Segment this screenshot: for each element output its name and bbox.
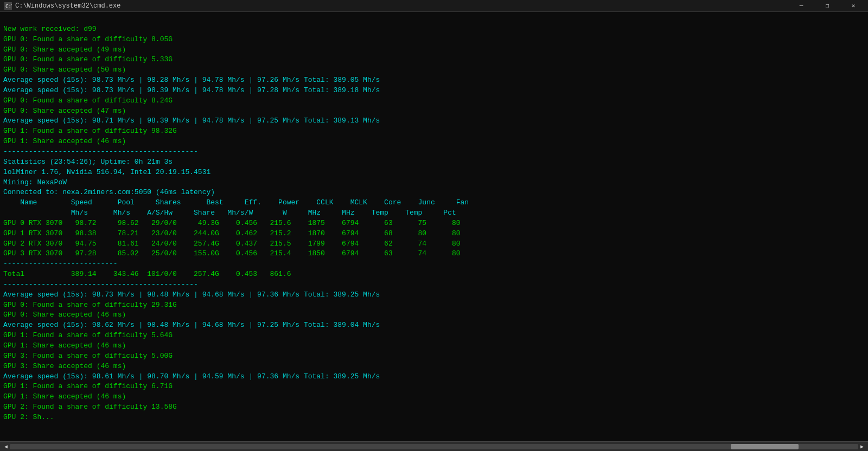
terminal-line: Mh/s Mh/s A/S/Hw Share Mh/s/W W MHz MHz …: [3, 208, 865, 218]
terminal-line: ---------------------------: [3, 259, 865, 269]
terminal-line: GPU 0: Share accepted (49 ms): [3, 45, 865, 55]
terminal-line: GPU 0: Share accepted (46 ms): [3, 310, 865, 320]
terminal-line: GPU 0: Share accepted (47 ms): [3, 106, 865, 117]
scroll-left-arrow[interactable]: ◀: [2, 443, 10, 450]
scroll-right-arrow[interactable]: ▶: [858, 443, 866, 450]
terminal-line: GPU 1: Found a share of difficulty 5.64G: [3, 331, 865, 341]
terminal-line: GPU 2: Found a share of difficulty 13.58…: [3, 402, 865, 413]
terminal-line: Average speed (15s): 98.73 Mh/s | 98.28 …: [3, 75, 865, 86]
terminal-line: GPU 1: Share accepted (46 ms): [3, 341, 865, 351]
terminal-line: Average speed (15s): 98.62 Mh/s | 98.48 …: [3, 320, 865, 331]
terminal-line: GPU 3: Found a share of difficulty 5.00G: [3, 351, 865, 362]
terminal-line: Statistics (23:54:26); Uptime: 0h 21m 3s: [3, 157, 865, 167]
terminal-line: GPU 0: Share accepted (50 ms): [3, 65, 865, 75]
terminal-line: Average speed (15s): 98.73 Mh/s | 98.39 …: [3, 86, 865, 96]
terminal-line: GPU 3: Share accepted (46 ms): [3, 362, 865, 372]
terminal-line: GPU 0: Found a share of difficulty 8.24G: [3, 96, 865, 106]
terminal-line: Average speed (15s): 98.71 Mh/s | 98.39 …: [3, 116, 865, 126]
terminal-line: GPU 0: Found a share of difficulty 5.33G: [3, 55, 865, 65]
terminal-line: ----------------------------------------…: [3, 147, 865, 157]
close-button[interactable]: ✕: [841, 0, 866, 12]
scrollbar-track[interactable]: [10, 444, 858, 449]
restore-button[interactable]: ❐: [815, 0, 840, 12]
terminal-line: lolMiner 1.76, Nvidia 516.94, Intel 20.1…: [3, 167, 865, 178]
terminal-line: GPU 1: Found a share of difficulty 6.71G: [3, 382, 865, 392]
terminal-line: GPU 1: Share accepted (46 ms): [3, 392, 865, 402]
terminal-line: Total 389.14 343.46 101/0/0 257.4G 0.453…: [3, 269, 865, 280]
terminal-line: ----------------------------------------…: [3, 280, 865, 290]
titlebar-title: C:\Windows\system32\cmd.exe: [15, 2, 120, 10]
terminal-line: GPU 3 RTX 3070 97.28 85.02 25/0/0 155.0G…: [3, 249, 865, 259]
cmd-icon: C:\: [4, 2, 12, 10]
terminal-line: Name Speed Pool Shares Best Eff. Power C…: [3, 198, 865, 208]
titlebar: C:\ C:\Windows\system32\cmd.exe ─ ❐ ✕: [0, 0, 868, 12]
terminal-line: Mining: NexaPoW: [3, 178, 865, 188]
svg-text:C:\: C:\: [5, 4, 12, 9]
terminal-line: GPU 2: Sh...: [3, 413, 865, 423]
terminal-line: Connected to: nexa.2miners.com:5050 (46m…: [3, 188, 865, 198]
terminal-line: GPU 1: Found a share of difficulty 98.32…: [3, 126, 865, 137]
minimize-button[interactable]: ─: [789, 0, 814, 12]
terminal-line: GPU 0: Found a share of difficulty 8.05G: [3, 35, 865, 45]
terminal-line: GPU 1 RTX 3070 98.38 78.21 23/0/0 244.0G…: [3, 229, 865, 239]
scrollbar-area: ◀ ▶: [0, 441, 868, 451]
titlebar-controls: ─ ❐ ✕: [789, 0, 866, 12]
terminal-line: Average speed (15s): 98.73 Mh/s | 98.48 …: [3, 290, 865, 300]
titlebar-left: C:\ C:\Windows\system32\cmd.exe: [4, 2, 120, 10]
terminal-line: GPU 0: Found a share of difficulty 29.31…: [3, 300, 865, 311]
terminal-output: New work received: d99GPU 0: Found a sha…: [0, 12, 868, 441]
terminal-line: GPU 1: Share accepted (46 ms): [3, 137, 865, 147]
terminal-line: GPU 2 RTX 3070 94.75 81.61 24/0/0 257.4G…: [3, 239, 865, 249]
terminal-line: New work received: d99: [3, 24, 865, 35]
terminal-line: Average speed (15s): 98.61 Mh/s | 98.70 …: [3, 372, 865, 382]
scrollbar-thumb[interactable]: [731, 444, 799, 449]
terminal-line: GPU 0 RTX 3070 98.72 98.62 29/0/0 49.3G …: [3, 218, 865, 229]
